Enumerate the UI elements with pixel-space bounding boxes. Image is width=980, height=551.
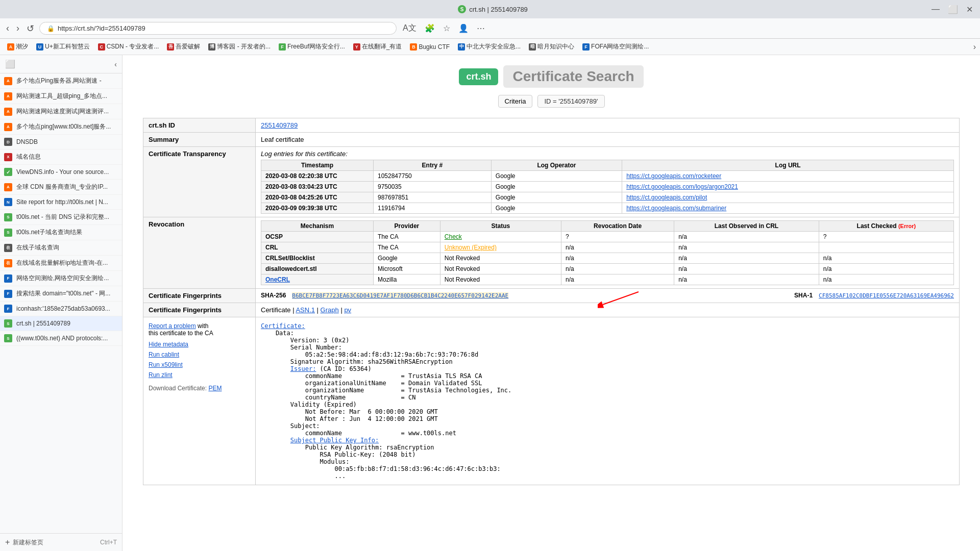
- rev-mechanism: CRLSet/Blocklist: [261, 253, 374, 264]
- tab-item[interactable]: N Site report for http://t00ls.net | N..…: [0, 195, 122, 210]
- bookmark-button[interactable]: ☆: [440, 21, 453, 36]
- ct-url-link[interactable]: https://ct.googleapis.com/logs/argon2021: [626, 183, 738, 190]
- crl-status-link[interactable]: Unknown (Expired): [445, 244, 497, 251]
- rev-mechanism: disallowedcert.stl: [261, 264, 374, 274]
- ct-url-link[interactable]: https://ct.googleapis.com/rocketeer: [626, 172, 721, 180]
- tab-item[interactable]: A 网站测速网站速度测试|网速测评... ✕: [0, 104, 122, 119]
- tab-item-active[interactable]: S crt.sh | 2551409789 ✕: [0, 316, 122, 331]
- bookmark-bugku[interactable]: B Bugku CTF: [407, 42, 453, 52]
- bookmark-freebuf[interactable]: F FreeBuf网络安全行...: [276, 41, 348, 52]
- tab-favicon: 在: [4, 244, 12, 252]
- address-bar[interactable]: 🔒 https://crt.sh/?id=2551409789: [39, 22, 397, 35]
- bookmark-csdn[interactable]: C CSDN - 专业发者...: [95, 41, 162, 52]
- tab-item[interactable]: A 多个地点Ping服务器,网站测速 - ✕: [0, 73, 122, 89]
- pem-download-link[interactable]: PEM: [208, 385, 222, 392]
- sha1-value[interactable]: CF8585AF102C0DBF1E0556E720A63169EA496962: [819, 292, 954, 299]
- close-button[interactable]: ✕: [964, 5, 975, 14]
- run-cablint-link[interactable]: Run cablint: [149, 351, 179, 358]
- rev-col-provider: Provider: [374, 221, 440, 232]
- bookmark-icon-fofa: F: [582, 43, 590, 51]
- tab-item[interactable]: F 搜索结果 domain="t00ls.net" - 网... ✕: [0, 286, 122, 302]
- more-button[interactable]: ⋯: [474, 21, 488, 36]
- graph-link[interactable]: Graph: [321, 306, 339, 314]
- crtsh-logo-area: crt.sh Certificate Search: [133, 65, 970, 88]
- table-row-summary: Summary Leaf certificate: [143, 133, 960, 147]
- tab-item[interactable]: F 网络空间测绘,网络空间安全测绘... ✕: [0, 271, 122, 286]
- ct-col-operator: Log Operator: [491, 160, 622, 171]
- crtsh-search-input[interactable]: ID = '2551409789': [537, 95, 604, 108]
- tab-item[interactable]: ✓ ViewDNS.info - Your one source... ✕: [0, 165, 122, 180]
- profile-button[interactable]: 👤: [455, 21, 472, 36]
- pv-link[interactable]: pv: [344, 306, 351, 314]
- forward-button[interactable]: ›: [14, 21, 21, 36]
- title-bar-center: S crt.sh | 2551409789: [458, 5, 528, 13]
- hide-metadata-link[interactable]: Hide metadata: [149, 341, 188, 348]
- bookmark-youdao[interactable]: Y 在线翻译_有道: [350, 41, 405, 52]
- table-row: 2020-03-08 04:25:26 UTC 987697851 Google…: [261, 192, 954, 203]
- tab-favicon: F: [4, 290, 12, 298]
- tab-item[interactable]: S ((www.t00ls.net) AND protocols:... ✕: [0, 331, 122, 346]
- back-button[interactable]: ‹: [4, 21, 11, 36]
- tab-item[interactable]: A 全球 CDN 服务商查询_专业的IP... ✕: [0, 180, 122, 195]
- bookmark-chaox[interactable]: A 潮汐: [4, 41, 31, 52]
- certificate-header-link[interactable]: Certificate:: [261, 322, 305, 330]
- subject-public-key-link[interactable]: Subject Public Key Info:: [290, 437, 379, 444]
- ct-header-row: Timestamp Entry # Log Operator Log URL: [261, 160, 954, 171]
- asn1-link[interactable]: ASN.1: [296, 306, 315, 314]
- sidebar-header: ⬜ ‹: [0, 55, 122, 73]
- tab-title: 网站测速工具_超级ping_多地点...: [16, 92, 118, 101]
- crtsh-id-link[interactable]: 2551409789: [261, 121, 298, 129]
- maximize-button[interactable]: ⬜: [946, 5, 960, 14]
- bookmark-icon-freebuf: F: [279, 43, 286, 51]
- sidebar-collapse-button[interactable]: ‹: [114, 60, 117, 68]
- rev-provider: Mozilla: [374, 274, 440, 285]
- left-panel: Report a problem with this certificate t…: [143, 317, 256, 485]
- tab-item[interactable]: X 域名信息 ✕: [0, 149, 122, 165]
- tab-item[interactable]: F iconhash:'1858e275dab53a0693... ✕: [0, 302, 122, 316]
- tab-item[interactable]: D DNSDB ✕: [0, 135, 122, 149]
- bookmark-52pojie[interactable]: 吾 吾爱破解: [164, 41, 203, 52]
- bookmark-fofa[interactable]: F FOFA网络空间测绘...: [579, 41, 652, 52]
- extensions-button[interactable]: 🧩: [422, 21, 438, 36]
- bookmark-icon-csdn: C: [98, 43, 105, 51]
- bookmarks-more-button[interactable]: ›: [973, 42, 976, 52]
- tab-item[interactable]: 在 在线域名批量解析ip地址查询-在... ✕: [0, 256, 122, 271]
- minimize-button[interactable]: —: [929, 5, 942, 14]
- tab-item[interactable]: S t00ls.net - 当前 DNS 记录和完整... ✕: [0, 210, 122, 225]
- crtsh-logo[interactable]: crt.sh: [459, 68, 498, 85]
- title-bar-controls[interactable]: — ⬜ ✕: [929, 5, 975, 14]
- table-row-revocation: Revocation Mechanism Provider Status Rev…: [143, 217, 960, 289]
- rev-last-checked: [819, 242, 953, 253]
- tab-title: 在线子域名查询: [16, 243, 118, 252]
- bookmark-label-nuc: 中北大学安全应急...: [467, 42, 521, 51]
- tab-favicon: F: [4, 274, 12, 283]
- table-row: 2020-03-08 02:20:38 UTC 1052847750 Googl…: [261, 171, 954, 182]
- bookmark-nuc[interactable]: 中 中北大学安全应急...: [455, 41, 524, 52]
- bookmark-label-youdao: 在线翻译_有道: [362, 42, 402, 51]
- run-zlint-link[interactable]: Run zlint: [149, 371, 173, 379]
- new-tab-button[interactable]: + 新建标签页 Ctrl+T: [0, 533, 122, 551]
- run-x509lint-link[interactable]: Run x509lint: [149, 361, 183, 368]
- bookmark-label-freebuf: FreeBuf网络安全行...: [287, 42, 345, 51]
- tab-item[interactable]: A 网站测速工具_超级ping_多地点... ✕: [0, 89, 122, 104]
- report-problem-link[interactable]: Report a problem: [149, 322, 196, 330]
- tab-item[interactable]: S t00ls.net子域名查询结果 ✕: [0, 225, 122, 240]
- bookmark-uplus[interactable]: U U+新工科智慧云: [33, 41, 93, 52]
- tab-item[interactable]: 在 在线子域名查询 ✕: [0, 240, 122, 256]
- refresh-button[interactable]: ↺: [24, 21, 36, 36]
- ct-url-link[interactable]: https://ct.googleapis.com/pilot: [626, 194, 707, 201]
- translate-button[interactable]: A文: [400, 21, 420, 36]
- bookmark-anyue[interactable]: 暗 暗月知识中心: [526, 41, 577, 52]
- ct-url-link[interactable]: https://ct.googleapis.com/submariner: [626, 205, 726, 212]
- sha256-value[interactable]: B6BCE7FB8F7723EA63C6D0419E7AF1F780D6B6CB…: [292, 292, 508, 299]
- tab-title: DNSDB: [16, 138, 118, 145]
- rev-status: Check: [440, 232, 561, 242]
- field-label-ct: Certificate Transparency: [143, 147, 256, 217]
- table-row: OneCRL Mozilla Not Revoked n/a n/a n/a: [261, 274, 954, 285]
- onecrl-link[interactable]: OneCRL: [265, 276, 290, 283]
- ocsp-check-link[interactable]: Check: [445, 233, 462, 240]
- table-row-ct: Certificate Transparency Log entries for…: [143, 147, 960, 217]
- tab-item[interactable]: A 多个地点ping[www.t00ls.net]服务... ✕: [0, 119, 122, 135]
- issuer-link[interactable]: Issuer:: [290, 365, 316, 372]
- bookmark-cnblogs[interactable]: 博 博客园 - 开发者的...: [205, 41, 274, 52]
